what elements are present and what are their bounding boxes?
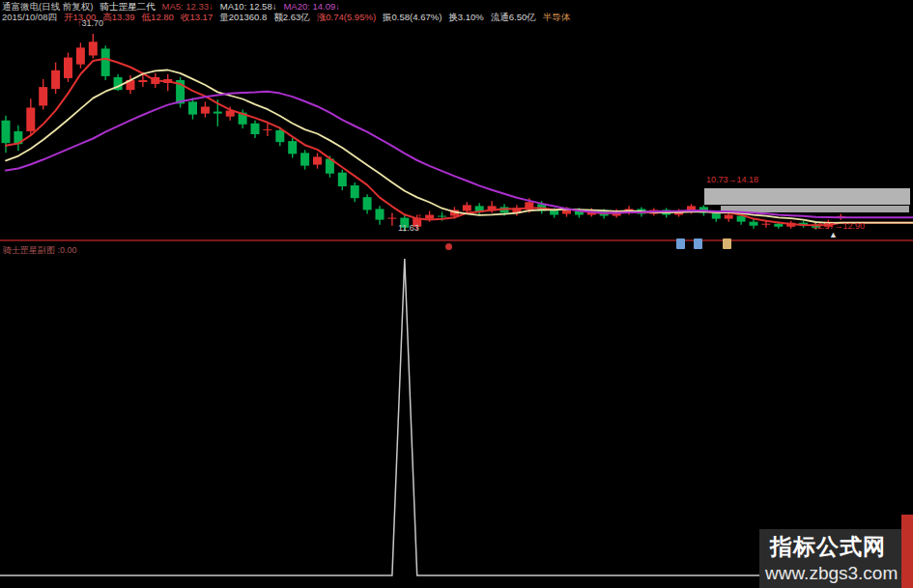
- watermark: 指标公式网 www.zbgs3.com: [759, 529, 901, 588]
- header-field: 振0.58(4.67%): [383, 12, 442, 22]
- header-field: 骑士罡星二代: [100, 1, 155, 12]
- header-title-line: 通富微电(日线 前复权)骑士罡星二代MA5: 12.33↓MA10: 12.58…: [2, 1, 347, 12]
- header-field: 2015/10/08四: [2, 12, 57, 22]
- triangle-marker-icon: ▲: [829, 230, 838, 239]
- header-field: 半导体: [543, 12, 571, 22]
- low-price-label: 11.63: [398, 223, 419, 233]
- watermark-site-name: 指标公式网: [770, 532, 901, 562]
- buy-signal-arrow-icon: ↑: [416, 210, 423, 224]
- main-price-chart[interactable]: [0, 29, 913, 239]
- header-field: 涨0.74(5.95%): [317, 12, 376, 22]
- header-field: MA5: 12.33↓: [161, 1, 213, 12]
- watermark-red-bar: [901, 515, 913, 588]
- header-field: MA20: 14.09↓: [283, 1, 340, 12]
- header-field: 低12.80: [142, 12, 174, 22]
- panel-separator: [0, 239, 913, 241]
- price-range-label-2: 12.57→12.90: [813, 221, 865, 231]
- header-field: 收13.17: [181, 12, 213, 22]
- watermark-url: www.zbgs3.com: [765, 563, 901, 584]
- price-range-label-1: 10.73→14.18: [706, 175, 758, 184]
- header-field: 量201360.8: [219, 12, 267, 22]
- header-field: 通富微电(日线 前复权): [2, 1, 93, 12]
- header-field: 额2.63亿: [273, 12, 310, 22]
- header-field: 流通6.50亿: [491, 12, 536, 22]
- peak-price-label: ↑31.70: [77, 18, 103, 28]
- header-field: MA10: 12.58↓: [220, 1, 277, 12]
- trading-app-window: 通富微电(日线 前复权)骑士罡星二代MA5: 12.33↓MA10: 12.58…: [0, 0, 913, 588]
- header-field: 换3.10%: [448, 12, 483, 22]
- header-field: 高13.39: [102, 12, 134, 22]
